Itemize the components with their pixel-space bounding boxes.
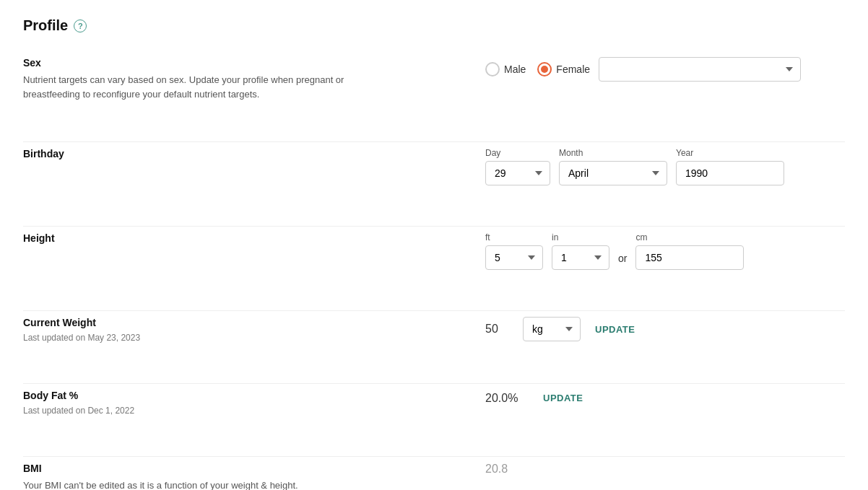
weight-value: 50 <box>485 323 514 336</box>
bmi-control: 20.8 <box>485 463 845 476</box>
weight-control: 50 kglb UPDATE <box>485 317 845 341</box>
sex-female-option[interactable]: Female <box>537 62 590 76</box>
bodyfat-subtitle: Last updated on Dec 1, 2022 <box>23 406 485 416</box>
body-fat-section: Body Fat % Last updated on Dec 1, 2022 2… <box>23 390 845 430</box>
bodyfat-control: 20.0% UPDATE <box>485 390 845 406</box>
bmi-description: Your BMI can't be edited as it is a func… <box>23 478 370 490</box>
bodyfat-title: Body Fat % <box>23 390 485 401</box>
bmi-section: BMI Your BMI can't be edited as it is a … <box>23 463 845 490</box>
page-header: Profile ? <box>23 17 845 34</box>
sex-male-option[interactable]: Male <box>485 62 526 76</box>
bmi-value: 20.8 <box>485 463 508 476</box>
birthday-label-group: Birthday <box>23 148 485 164</box>
height-controls: ft 4567 in 0123 4567 891011 or cm <box>485 232 744 270</box>
height-labels-row: ft 4567 in 0123 4567 891011 or cm <box>485 232 744 270</box>
bmi-title: BMI <box>23 463 485 474</box>
height-ft-dropdown[interactable]: 4567 <box>485 245 543 270</box>
height-in-dropdown[interactable]: 0123 4567 891011 <box>552 245 609 270</box>
page-title: Profile <box>23 17 68 34</box>
divider-5 <box>23 456 845 457</box>
height-in-group: in 0123 4567 891011 <box>552 232 609 270</box>
birthday-year-input[interactable] <box>676 161 784 185</box>
birthday-controls: Day 29 123 456 789 101112 131415 161718 … <box>485 148 784 185</box>
divider-2 <box>23 226 845 227</box>
weight-title: Current Weight <box>23 317 485 328</box>
sex-condition-dropdown[interactable]: Pregnant Breastfeeding <box>599 57 801 82</box>
in-label: in <box>552 232 609 242</box>
birthday-month-dropdown[interactable]: JanuaryFebruaryMarch AprilMayJune JulyAu… <box>559 161 667 185</box>
sex-radio-group: Male Female <box>485 62 590 76</box>
height-section: Height ft 4567 in 0123 4567 891011 <box>23 232 845 284</box>
divider-3 <box>23 310 845 311</box>
current-weight-section: Current Weight Last updated on May 23, 2… <box>23 317 845 357</box>
sex-description: Nutrient targets can vary based on sex. … <box>23 73 370 101</box>
sex-male-label: Male <box>504 64 526 75</box>
birthday-month-group: Month JanuaryFebruaryMarch AprilMayJune … <box>559 148 667 185</box>
weight-update-button[interactable]: UPDATE <box>589 321 641 338</box>
divider-4 <box>23 383 845 384</box>
weight-subtitle: Last updated on May 23, 2023 <box>23 333 485 343</box>
sex-control: Male Female Pregnant Breastfeeding <box>485 57 845 82</box>
bodyfat-label-group: Body Fat % Last updated on Dec 1, 2022 <box>23 390 485 416</box>
birthday-section: Birthday Day 29 123 456 789 101112 13141… <box>23 148 845 200</box>
height-cm-group: cm <box>635 232 744 270</box>
day-label: Day <box>485 148 550 158</box>
bmi-label-group: BMI Your BMI can't be edited as it is a … <box>23 463 485 490</box>
birthday-row: Day 29 123 456 789 101112 131415 161718 … <box>485 148 784 185</box>
height-control: ft 4567 in 0123 4567 891011 or cm <box>485 232 845 270</box>
or-text: or <box>618 253 627 264</box>
sex-section: Sex Nutrient targets can vary based on s… <box>23 57 845 115</box>
birthday-title: Birthday <box>23 148 485 159</box>
height-cm-input[interactable] <box>635 245 744 270</box>
sex-label-group: Sex Nutrient targets can vary based on s… <box>23 57 485 101</box>
sex-female-radio[interactable] <box>537 62 552 76</box>
birthday-year-group: Year <box>676 148 784 185</box>
sex-male-radio[interactable] <box>485 62 500 76</box>
birthday-day-group: Day 29 123 456 789 101112 131415 161718 … <box>485 148 550 185</box>
ft-label: ft <box>485 232 543 242</box>
weight-unit-dropdown[interactable]: kglb <box>523 317 581 341</box>
year-label: Year <box>676 148 784 158</box>
month-label: Month <box>559 148 667 158</box>
bodyfat-value: 20.0% <box>485 392 529 405</box>
help-icon[interactable]: ? <box>74 19 87 32</box>
sex-title: Sex <box>23 57 485 69</box>
birthday-control: Day 29 123 456 789 101112 131415 161718 … <box>485 148 845 185</box>
height-title: Height <box>23 232 485 244</box>
sex-female-label: Female <box>556 64 590 75</box>
birthday-day-dropdown[interactable]: 29 123 456 789 101112 131415 161718 1920… <box>485 161 550 185</box>
cm-label: cm <box>635 232 744 242</box>
weight-label-group: Current Weight Last updated on May 23, 2… <box>23 317 485 343</box>
height-label-group: Height <box>23 232 485 248</box>
bodyfat-update-button[interactable]: UPDATE <box>537 390 589 406</box>
height-ft-group: ft 4567 <box>485 232 543 270</box>
divider-1 <box>23 141 845 142</box>
